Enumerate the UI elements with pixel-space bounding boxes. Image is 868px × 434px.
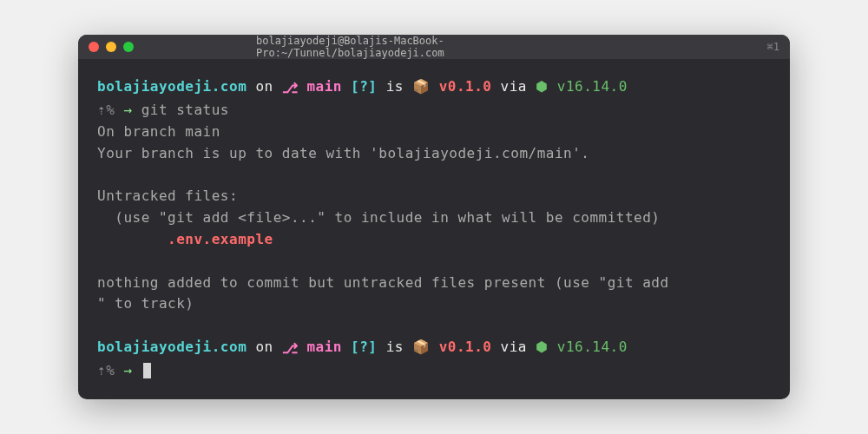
prompt-via: via <box>491 78 536 95</box>
prompt-on: on <box>247 78 282 95</box>
prompt-branch: main <box>298 78 351 95</box>
prompt-prefix: ⇡% <box>97 102 115 118</box>
node-icon: ⬢ <box>536 76 549 98</box>
prompt-status: [?] <box>351 339 377 355</box>
prompt-dir: bolajiayodeji.com <box>97 339 247 355</box>
untracked-file: .env.example <box>97 229 771 251</box>
arrow-icon: → <box>115 362 141 378</box>
arrow-icon: → <box>115 102 141 118</box>
branch-icon: ⎇ <box>282 78 299 100</box>
output-line: Untracked files: <box>97 186 771 207</box>
prompt-line-2: ⇡% → git status <box>97 100 771 122</box>
prompt-is: is <box>378 339 413 355</box>
output-line: nothing added to commit but untracked fi… <box>97 273 771 294</box>
prompt-line-1: bolajiayodeji.com on ⎇ main [?] is 📦 v0.… <box>97 337 771 360</box>
prompt-status: [?] <box>351 78 377 95</box>
prompt-branch: main <box>298 339 351 355</box>
traffic-lights <box>89 42 134 52</box>
prompt-node-version: v16.14.0 <box>549 339 628 355</box>
prompt-on: on <box>247 339 282 355</box>
minimize-icon[interactable] <box>106 42 116 52</box>
package-icon: 📦 <box>412 337 431 358</box>
cursor <box>143 363 151 378</box>
package-icon: 📦 <box>412 76 431 98</box>
blank-line <box>97 315 771 337</box>
prompt-dir: bolajiayodeji.com <box>97 78 247 95</box>
maximize-icon[interactable] <box>123 42 134 52</box>
prompt-pkg-version: v0.1.0 <box>431 339 492 355</box>
prompt-line-2[interactable]: ⇡% → <box>97 360 771 382</box>
blank-line <box>97 165 771 187</box>
prompt-via: via <box>491 339 536 355</box>
node-icon: ⬢ <box>536 337 549 358</box>
prompt-pkg-version: v0.1.0 <box>431 78 492 95</box>
prompt-prefix: ⇡% <box>97 362 115 378</box>
close-icon[interactable] <box>89 42 99 52</box>
terminal-body[interactable]: bolajiayodeji.com on ⎇ main [?] is 📦 v0.… <box>78 59 790 398</box>
output-line: On branch main <box>97 122 771 143</box>
titlebar: bolajiayodeji@Bolajis-MacBook-Pro:~/Tunn… <box>78 35 790 59</box>
command-text: git status <box>141 102 229 118</box>
prompt-line-1: bolajiayodeji.com on ⎇ main [?] is 📦 v0.… <box>97 76 771 100</box>
output-line: " to track) <box>97 293 771 315</box>
output-line: Your branch is up to date with 'bolajiay… <box>97 143 771 165</box>
window-shortcut: ⌘1 <box>767 41 779 53</box>
terminal-window: bolajiayodeji@Bolajis-MacBook-Pro:~/Tunn… <box>78 35 790 398</box>
output-line: (use "git add <file>..." to include in w… <box>97 207 771 229</box>
prompt-node-version: v16.14.0 <box>549 78 628 95</box>
blank-line <box>97 251 771 273</box>
prompt-is: is <box>378 78 413 95</box>
branch-icon: ⎇ <box>282 339 299 360</box>
window-title: bolajiayodeji@Bolajis-MacBook-Pro:~/Tunn… <box>256 35 612 59</box>
